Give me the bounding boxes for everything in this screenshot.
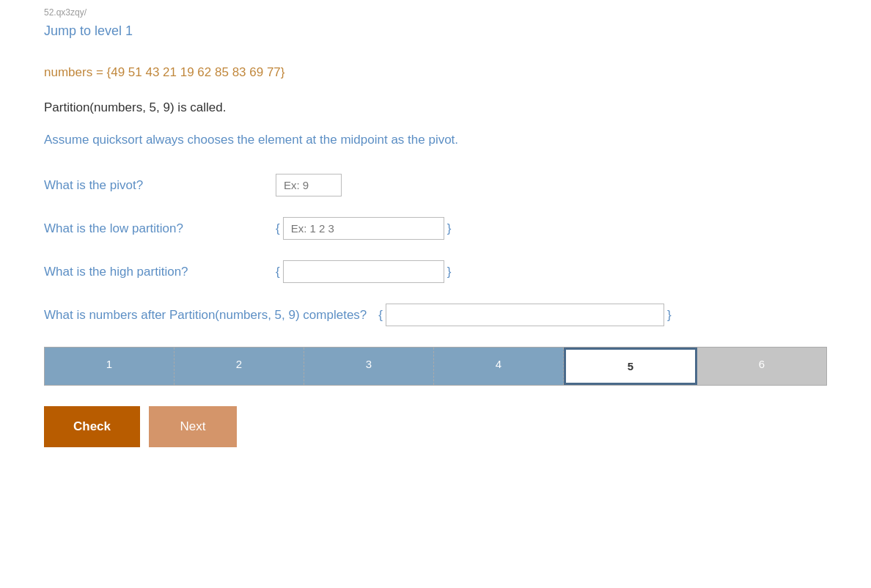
partition-call: Partition(numbers, 5, 9) is called. [44, 100, 827, 115]
close-brace-high: } [447, 265, 452, 279]
low-partition-label: What is the low partition? [44, 221, 264, 236]
low-partition-input[interactable] [283, 217, 444, 240]
numbers-after-input-group: { } [378, 304, 671, 326]
level-cell-1[interactable]: 1 [45, 348, 174, 385]
pivot-question-label: What is the pivot? [44, 178, 264, 193]
high-partition-label: What is the high partition? [44, 265, 264, 279]
low-partition-question-row: What is the low partition? { } [44, 217, 827, 240]
close-brace-low: } [447, 221, 452, 236]
jump-to-level-link[interactable]: Jump to level 1 [44, 23, 133, 39]
numbers-after-label: What is numbers after Partition(numbers,… [44, 308, 367, 323]
next-button[interactable]: Next [149, 406, 237, 447]
buttons-row: Check Next [44, 406, 827, 447]
numbers-value: = {49 51 43 21 19 62 85 83 69 77} [96, 65, 285, 79]
level-cell-6[interactable]: 6 [697, 348, 826, 385]
url-bar: 52.qx3zqy/ [44, 7, 827, 18]
numbers-line: numbers = {49 51 43 21 19 62 85 83 69 77… [44, 65, 827, 80]
open-brace-low: { [276, 221, 280, 236]
low-partition-input-group: { } [276, 217, 451, 240]
check-button[interactable]: Check [44, 406, 140, 447]
level-cell-3[interactable]: 3 [304, 348, 434, 385]
level-cell-5[interactable]: 5 [564, 348, 697, 385]
high-partition-input[interactable] [283, 260, 444, 283]
close-brace-after: } [667, 308, 672, 323]
open-brace-after: { [378, 308, 383, 323]
numbers-after-question-row: What is numbers after Partition(numbers,… [44, 304, 827, 326]
open-brace-high: { [276, 265, 280, 279]
high-partition-question-row: What is the high partition? { } [44, 260, 827, 283]
assume-line: Assume quicksort always chooses the elem… [44, 133, 827, 147]
pivot-question-row: What is the pivot? [44, 174, 827, 196]
level-cell-2[interactable]: 2 [174, 348, 304, 385]
level-cell-4[interactable]: 4 [434, 348, 564, 385]
level-bar: 1 2 3 4 5 6 [44, 347, 827, 386]
numbers-after-input[interactable] [386, 304, 664, 326]
pivot-input[interactable] [276, 174, 342, 196]
var-name: numbers [44, 65, 92, 79]
high-partition-input-group: { } [276, 260, 451, 283]
